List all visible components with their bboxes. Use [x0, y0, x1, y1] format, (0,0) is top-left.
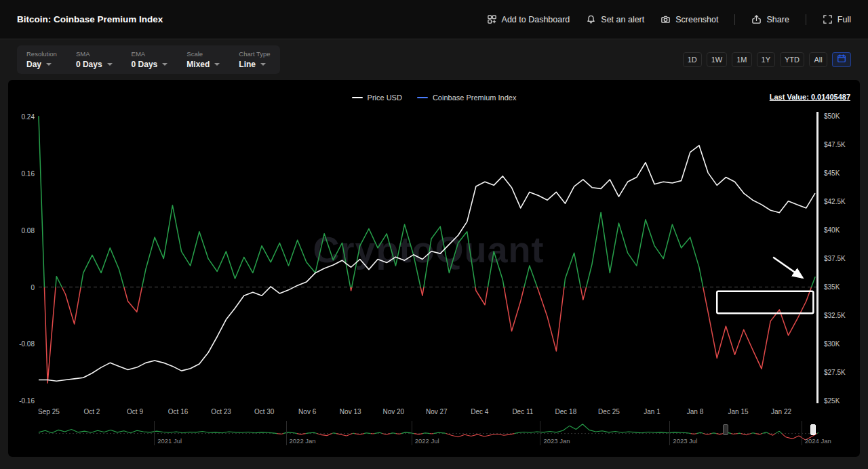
right-y-axis: $50K$47.5K$45K$42.5K$40K$37.5K$35K$32.5K… — [824, 112, 859, 403]
resolution-value: Day — [26, 60, 41, 69]
chart-type-dropdown[interactable]: Chart Type Line — [229, 45, 279, 74]
x-axis-tick: Nov 6 — [289, 408, 326, 415]
legend-premium-label: Coinbase Premium Index — [433, 94, 517, 102]
share-button[interactable]: Share — [751, 14, 789, 24]
navigator-right-handle[interactable] — [810, 424, 816, 435]
y-axis-tick-right: $50K — [824, 113, 840, 120]
x-axis-tick: Nov 13 — [332, 408, 369, 415]
x-axis-tick: Oct 30 — [246, 408, 283, 415]
add-to-dashboard-button[interactable]: Add to Dashboard — [487, 14, 570, 24]
chevron-down-icon — [162, 63, 167, 66]
y-axis-tick-right: $40K — [824, 226, 840, 234]
y-axis-tick-right: $35K — [824, 283, 840, 291]
x-axis-tick: Jan 15 — [720, 408, 757, 415]
fullscreen-icon — [823, 14, 833, 24]
y-axis-tick-right: $27.5K — [824, 369, 846, 376]
range-button-1w[interactable]: 1W — [707, 52, 728, 67]
navigator-date-label: 2024 Jan — [805, 437, 831, 445]
range-button-1d[interactable]: 1D — [683, 52, 702, 67]
ema-dropdown[interactable]: EMA 0 Days — [122, 45, 178, 74]
navigator-date-label: 2022 Jul — [415, 437, 439, 445]
range-selector: 1D 1W 1M 1Y YTD All — [683, 52, 851, 67]
range-button-ytd[interactable]: YTD — [780, 52, 804, 67]
y-axis-tick-left: 0.08 — [22, 227, 35, 234]
y-axis-tick-right: $42.5K — [824, 198, 846, 205]
premium-index-line-negative — [44, 287, 811, 384]
price-line-swatch — [352, 97, 363, 98]
premium-index-line-positive — [39, 117, 815, 287]
header-actions: Add to Dashboard Set an alert Screenshot… — [487, 14, 851, 25]
navigator-tick — [412, 421, 412, 445]
x-axis-tick: Dec 25 — [591, 408, 627, 415]
navigator-tick — [540, 421, 540, 445]
y-axis-tick-right: $45K — [824, 169, 840, 177]
scale-label: Scale — [186, 50, 220, 58]
scale-value: Mixed — [186, 60, 210, 69]
x-axis-tick: Nov 27 — [418, 408, 455, 415]
camera-icon — [660, 14, 671, 24]
y-axis-tick-right: $47.5K — [824, 141, 846, 148]
navigator[interactable]: 2021 Jul2022 Jan2022 Jul2023 Jan2023 Jul… — [39, 421, 818, 447]
chart-legend: Price USD Coinbase Premium Index — [8, 94, 860, 102]
header: Bitcoin: Coinbase Premium Index Add to D… — [0, 0, 868, 39]
add-to-dashboard-label: Add to Dashboard — [502, 15, 570, 24]
sma-dropdown[interactable]: SMA 0 Days — [66, 45, 122, 74]
chart-svg — [39, 112, 818, 403]
range-button-1m[interactable]: 1M — [732, 52, 751, 67]
screenshot-button[interactable]: Screenshot — [660, 14, 718, 24]
ema-label: EMA — [132, 50, 168, 58]
legend-price-label: Price USD — [368, 94, 402, 102]
left-y-axis: 0.240.160.080-0.08-0.16 — [12, 112, 35, 403]
divider — [734, 14, 735, 25]
share-label: Share — [766, 15, 789, 24]
y-axis-tick-right: $37.5K — [824, 255, 846, 262]
calendar-range-button[interactable] — [832, 52, 851, 67]
navigator-date-label: 2021 Jul — [157, 437, 182, 445]
chevron-down-icon — [46, 63, 52, 66]
last-value-link[interactable]: Last Value: 0.01405487 — [770, 93, 850, 101]
fullscreen-button[interactable]: Full — [823, 14, 851, 24]
navigator-tick — [154, 421, 155, 445]
x-axis-tick: Dec 18 — [547, 408, 584, 415]
chart-panel: Price USD Coinbase Premium Index Last Va… — [8, 80, 860, 457]
dashboard-add-icon — [487, 14, 497, 24]
y-axis-tick-right: $25K — [824, 397, 840, 405]
y-axis-tick-left: 0.24 — [22, 113, 35, 121]
scale-dropdown[interactable]: Scale Mixed — [177, 45, 229, 74]
range-button-1y[interactable]: 1Y — [757, 52, 775, 67]
x-axis-tick: Sep 25 — [31, 408, 67, 415]
x-axis-tick: Jan 22 — [763, 408, 800, 415]
navigator-line-positive — [39, 424, 818, 434]
arrow-annotation — [773, 257, 802, 277]
sma-value: 0 Days — [76, 60, 102, 69]
navigator-date-label: 2023 Jul — [673, 437, 697, 445]
y-axis-tick-left: -0.08 — [19, 340, 35, 348]
navigator-tick — [669, 421, 670, 445]
y-axis-tick-right: $32.5K — [824, 312, 846, 319]
legend-item-premium[interactable]: Coinbase Premium Index — [417, 94, 517, 102]
chevron-down-icon — [107, 63, 113, 66]
navigator-tick — [286, 421, 287, 445]
legend-item-price[interactable]: Price USD — [352, 94, 402, 102]
main-chart[interactable]: CryptoQuant — [39, 112, 818, 403]
x-axis-tick: Oct 23 — [203, 408, 239, 415]
calendar-icon — [837, 54, 846, 66]
x-axis-tick: Jan 8 — [677, 408, 713, 415]
navigator-left-handle[interactable] — [723, 424, 728, 435]
x-axis-tick: Dec 4 — [461, 408, 498, 415]
chart-controls: Resolution Day SMA 0 Days EMA 0 Days Sca… — [17, 45, 280, 74]
resolution-dropdown[interactable]: Resolution Day — [17, 45, 66, 74]
fullscreen-label: Full — [837, 15, 851, 24]
range-button-all[interactable]: All — [809, 52, 827, 67]
y-axis-tick-left: -0.16 — [19, 397, 35, 405]
chart-type-value: Line — [239, 60, 256, 69]
x-axis-tick: Dec 11 — [505, 408, 541, 415]
chart-type-label: Chart Type — [239, 50, 270, 58]
y-axis-tick-left: 0 — [31, 284, 35, 291]
set-alert-button[interactable]: Set an alert — [586, 14, 644, 24]
divider — [806, 14, 806, 25]
toolbar: Resolution Day SMA 0 Days EMA 0 Days Sca… — [0, 39, 868, 80]
bell-icon — [586, 14, 596, 24]
x-axis-tick: Jan 1 — [633, 408, 670, 415]
x-axis-tick: Oct 16 — [160, 408, 197, 415]
